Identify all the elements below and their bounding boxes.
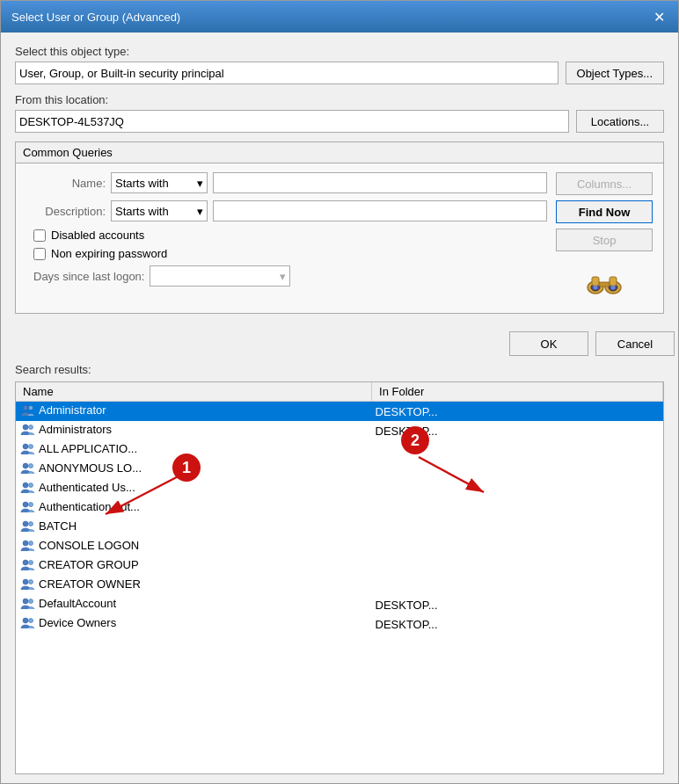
table-row[interactable]: CREATOR GROUP: [16, 556, 663, 576]
svg-point-25: [23, 521, 28, 526]
queries-layout: Name: Starts with ▾ Description:: [26, 172, 653, 304]
name-value-input[interactable]: [213, 172, 547, 193]
non-expiring-checkbox[interactable]: [33, 248, 46, 260]
object-types-button[interactable]: Object Types...: [566, 62, 664, 84]
search-icon-area: [556, 260, 653, 304]
svg-point-23: [23, 502, 28, 507]
table-row[interactable]: DefaultAccountDESKTOP...: [16, 595, 663, 614]
location-label: From this location:: [15, 93, 664, 106]
table-row[interactable]: CREATOR OWNER: [16, 576, 663, 595]
svg-point-35: [23, 618, 28, 623]
cell-folder: DESKTOP...: [372, 421, 663, 440]
stop-button[interactable]: Stop: [556, 229, 653, 251]
days-label: Days since last logon:: [33, 270, 144, 283]
table-row[interactable]: AdministratorDESKTOP...: [16, 402, 663, 422]
close-button[interactable]: ✕: [650, 8, 668, 25]
dialog-title: Select User or Group (Advanced): [11, 11, 180, 24]
cell-folder: [372, 498, 663, 518]
cell-name: Administrators: [16, 421, 372, 440]
cell-folder: [372, 576, 663, 595]
non-expiring-label[interactable]: Non expiring password: [51, 247, 167, 260]
results-table-container[interactable]: Name In Folder AdministratorDESKTOP... A…: [15, 381, 664, 774]
name-label: Name:: [26, 177, 106, 190]
svg-rect-9: [592, 277, 599, 286]
svg-point-34: [29, 599, 33, 604]
name-condition-dropdown[interactable]: Starts with ▾: [111, 172, 208, 193]
table-row[interactable]: Authentication aut...: [16, 498, 663, 518]
svg-point-32: [29, 580, 33, 584]
cell-name: ANONYMOUS LO...: [16, 460, 372, 479]
cell-name: Administrator: [16, 402, 372, 422]
col-folder-header: In Folder: [372, 382, 663, 402]
days-dropdown[interactable]: ▾: [150, 265, 290, 287]
cell-folder: [372, 518, 663, 537]
table-row[interactable]: BATCH: [16, 518, 663, 537]
cell-name: ALL APPLICATIO...: [16, 440, 372, 460]
cell-folder: [372, 460, 663, 479]
non-expiring-row: Non expiring password: [33, 247, 547, 260]
ok-button[interactable]: OK: [509, 331, 588, 356]
cell-folder: [372, 479, 663, 498]
table-row[interactable]: Authenticated Us...: [16, 479, 663, 498]
common-queries-title: Common Queries: [16, 142, 663, 163]
location-input[interactable]: [15, 110, 569, 133]
svg-rect-8: [599, 282, 610, 287]
search-results-label: Search results:: [15, 363, 664, 376]
user-group-icon: [19, 597, 35, 613]
cell-folder: DESKTOP...: [372, 595, 663, 614]
description-condition-dropdown[interactable]: Starts with ▾: [111, 200, 208, 221]
columns-button[interactable]: Columns...: [556, 172, 653, 195]
svg-point-24: [29, 503, 33, 507]
cancel-button[interactable]: Cancel: [595, 331, 675, 356]
bottom-area: Search results: Name In Folder Administr…: [1, 363, 678, 783]
svg-point-15: [23, 425, 28, 430]
cell-name: CREATOR GROUP: [16, 556, 372, 576]
find-now-button[interactable]: Find Now: [556, 200, 653, 223]
user-group-icon: [19, 461, 35, 477]
locations-button[interactable]: Locations...: [576, 110, 664, 133]
description-value-input[interactable]: [213, 200, 547, 221]
cell-name: CONSOLE LOGON: [16, 537, 372, 556]
days-row: Days since last logon: ▾: [33, 265, 547, 287]
user-group-icon: [19, 500, 35, 516]
location-row: Locations...: [15, 110, 664, 133]
cell-folder: DESKTOP...: [372, 402, 663, 422]
cell-name: Authenticated Us...: [16, 479, 372, 498]
description-query-row: Description: Starts with ▾: [26, 200, 547, 221]
table-row[interactable]: ANONYMOUS LO...: [16, 460, 663, 479]
svg-point-22: [29, 483, 33, 488]
dialog: Select User or Group (Advanced) ✕ Select…: [0, 0, 679, 784]
disabled-accounts-label[interactable]: Disabled accounts: [51, 229, 144, 242]
svg-point-33: [23, 599, 28, 604]
user-group-icon: [19, 481, 35, 497]
cell-folder: [372, 556, 663, 576]
svg-point-16: [29, 425, 33, 430]
table-row[interactable]: Device OwnersDESKTOP...: [16, 614, 663, 634]
table-row[interactable]: CONSOLE LOGON: [16, 537, 663, 556]
svg-point-28: [29, 541, 33, 546]
disabled-accounts-row: Disabled accounts: [33, 229, 547, 242]
svg-point-29: [23, 560, 28, 565]
svg-point-31: [23, 579, 28, 584]
queries-content: Name: Starts with ▾ Description:: [16, 163, 663, 313]
svg-rect-10: [610, 277, 617, 286]
cell-name: BATCH: [16, 518, 372, 537]
disabled-accounts-checkbox[interactable]: [33, 229, 46, 242]
user-group-icon: [19, 403, 35, 419]
svg-point-12: [611, 286, 616, 290]
table-row[interactable]: AdministratorsDESKTOP...: [16, 421, 663, 440]
svg-point-20: [29, 464, 33, 468]
object-type-row: Object Types...: [15, 62, 664, 84]
svg-point-21: [23, 483, 28, 488]
right-buttons: Columns... Find Now Stop: [556, 172, 653, 304]
svg-point-26: [29, 522, 33, 526]
user-group-icon: [19, 423, 35, 439]
object-type-input[interactable]: [15, 62, 559, 84]
cell-folder: [372, 440, 663, 460]
user-group-icon: [19, 616, 35, 632]
user-group-icon: [19, 558, 35, 574]
svg-point-30: [29, 561, 33, 565]
table-row[interactable]: ALL APPLICATIO...: [16, 440, 663, 460]
svg-point-27: [23, 541, 28, 546]
description-label: Description:: [26, 205, 106, 218]
